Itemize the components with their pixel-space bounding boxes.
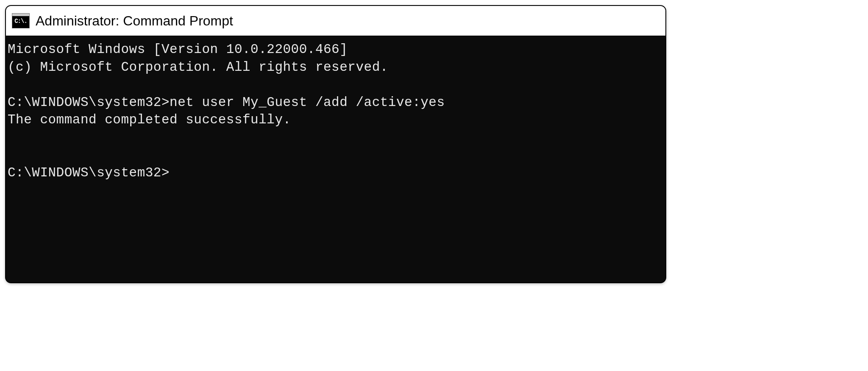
cmd-window: C:\. Administrator: Command Prompt Micro… xyxy=(5,5,666,283)
terminal-blank-line xyxy=(8,76,664,94)
terminal-line: (c) Microsoft Corporation. All rights re… xyxy=(8,59,664,76)
cmd-icon: C:\. xyxy=(12,13,30,28)
terminal-prompt: C:\WINDOWS\system32> xyxy=(8,164,664,182)
terminal-blank-line xyxy=(8,146,664,164)
terminal-line: C:\WINDOWS\system32>net user My_Guest /a… xyxy=(8,94,664,112)
terminal-line: The command completed successfully. xyxy=(8,111,664,129)
cmd-icon-glyph: C:\. xyxy=(14,18,27,24)
window-title: Administrator: Command Prompt xyxy=(36,13,233,29)
terminal-output[interactable]: Microsoft Windows [Version 10.0.22000.46… xyxy=(6,36,665,282)
terminal-blank-line xyxy=(8,129,664,147)
terminal-line: Microsoft Windows [Version 10.0.22000.46… xyxy=(8,41,664,59)
title-bar[interactable]: C:\. Administrator: Command Prompt xyxy=(6,6,665,36)
